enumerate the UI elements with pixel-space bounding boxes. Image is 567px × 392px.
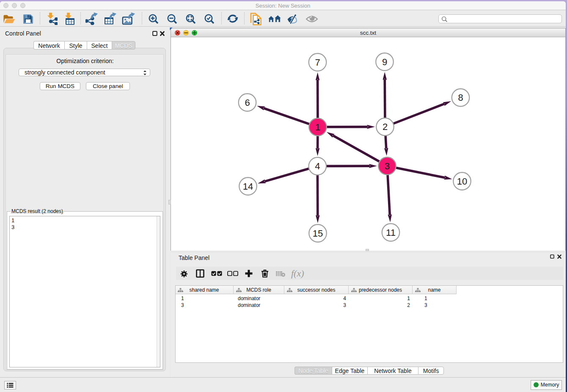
svg-text:3: 3 xyxy=(385,161,390,171)
svg-text:11: 11 xyxy=(386,227,396,238)
svg-text:1: 1 xyxy=(315,122,320,133)
svg-text:6: 6 xyxy=(245,97,250,108)
svg-text:14: 14 xyxy=(243,181,253,192)
svg-text:10: 10 xyxy=(457,176,467,187)
svg-text:2: 2 xyxy=(383,121,388,132)
svg-text:7: 7 xyxy=(315,57,320,68)
svg-text:9: 9 xyxy=(382,57,387,67)
svg-text:4: 4 xyxy=(315,161,320,171)
svg-text:15: 15 xyxy=(313,228,323,239)
svg-text:8: 8 xyxy=(458,92,463,103)
